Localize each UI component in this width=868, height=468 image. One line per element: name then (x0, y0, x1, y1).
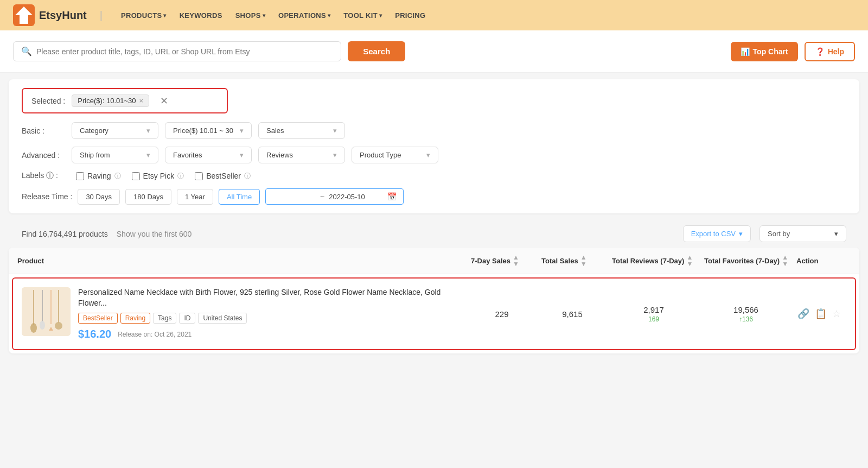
results-bar: Find 16,764,491 products Show you the fi… (9, 220, 859, 248)
logo[interactable]: EtsyHunt (13, 4, 87, 26)
chevron-down-icon: ▾ (333, 127, 337, 135)
svg-rect-2 (22, 287, 71, 336)
header-7day-sales[interactable]: 7-Day Sales ▲▼ (471, 254, 541, 267)
date-range-picker[interactable]: ~ 📅 (265, 188, 404, 205)
chevron-down-icon: ▾ (263, 12, 265, 18)
basic-filter-row: Basic : Category ▾ Price($) 10.01 ~ 30 ▾… (22, 122, 846, 139)
table-row: Personalized Name Necklace with Birth Fl… (12, 277, 856, 350)
product-release-date: Release on: Oct 26, 2021 (118, 331, 192, 338)
selected-row-close-icon[interactable]: ✕ (160, 95, 168, 107)
product-tag-bestseller[interactable]: BestSeller (78, 313, 118, 324)
product-tags: BestSeller Raving Tags ID United States (78, 313, 467, 324)
product-tag-tags[interactable]: Tags (153, 313, 176, 324)
export-csv-button[interactable]: Export to CSV ▾ (683, 225, 751, 242)
chevron-down-icon: ▾ (739, 230, 743, 238)
sales-7day-cell: 229 (467, 309, 537, 319)
chevron-down-icon: ▾ (426, 151, 430, 159)
star-icon[interactable]: ☆ (832, 308, 841, 320)
product-info: Personalized Name Necklace with Birth Fl… (78, 287, 467, 340)
date-from-input[interactable] (272, 193, 316, 201)
favorites-dropdown[interactable]: Favorites ▾ (165, 147, 252, 163)
180-days-button[interactable]: 180 Days (125, 189, 171, 205)
nav-pricing[interactable]: PRICING (390, 8, 431, 23)
chevron-down-icon: ▾ (240, 151, 244, 159)
search-input[interactable] (36, 47, 333, 56)
link-icon[interactable]: 🔗 (797, 308, 809, 320)
labels-label: Labels ⓘ : (22, 171, 65, 181)
release-time-row: Release Time : 30 Days 180 Days 1 Year A… (22, 188, 846, 205)
search-button[interactable]: Search (348, 41, 405, 61)
help-icon: ❓ (815, 47, 825, 56)
category-dropdown[interactable]: Category ▾ (72, 122, 158, 139)
header-total-reviews[interactable]: Total Reviews (7-Day) ▲▼ (612, 254, 704, 267)
all-time-button[interactable]: All Time (219, 189, 260, 205)
etsy-pick-checkbox-label[interactable]: Etsy Pick ⓘ (132, 172, 184, 181)
chevron-down-icon: ▾ (240, 127, 244, 135)
top-chart-button[interactable]: 📊 Top Chart (731, 42, 798, 61)
notes-icon[interactable]: 📋 (815, 308, 827, 320)
action-cell: 🔗 📋 ☆ (792, 308, 846, 320)
navbar: EtsyHunt | PRODUCTS ▾ KEYWORDS SHOPS ▾ O… (0, 0, 868, 30)
raving-checkbox[interactable] (76, 172, 84, 180)
product-type-dropdown[interactable]: Product Type ▾ (352, 147, 438, 163)
sort-arrows-icon: ▲▼ (513, 254, 519, 267)
chevron-down-icon: ▾ (379, 12, 382, 18)
30-days-button[interactable]: 30 Days (78, 189, 120, 205)
product-title[interactable]: Personalized Name Necklace with Birth Fl… (78, 287, 467, 308)
total-reviews-cell: 2,917 169 (608, 305, 700, 323)
chevron-down-icon: ▾ (163, 12, 166, 18)
reviews-delta: 169 (648, 315, 659, 323)
chevron-down-icon: ▾ (834, 230, 838, 238)
product-tag-country[interactable]: United States (198, 313, 247, 324)
chevron-down-icon: ▾ (146, 127, 150, 135)
1-year-button[interactable]: 1 Year (177, 189, 213, 205)
nav-keywords[interactable]: KEYWORDS (174, 8, 228, 23)
search-icon: 🔍 (21, 46, 32, 56)
sort-arrows-icon: ▲▼ (580, 254, 587, 267)
chevron-down-icon: ▾ (328, 12, 330, 18)
results-count: Find 16,764,491 products (22, 230, 108, 238)
product-price: $16.20 (78, 328, 111, 340)
header-action: Action (796, 254, 851, 267)
advanced-label: Advanced : (22, 151, 65, 160)
nav-links: PRODUCTS ▾ KEYWORDS SHOPS ▾ OPERATIONS ▾… (116, 8, 855, 23)
ship-from-dropdown[interactable]: Ship from ▾ (72, 147, 158, 163)
calendar-icon[interactable]: 📅 (387, 192, 397, 201)
release-time-label: Release Time : (22, 192, 72, 201)
labels-row: Labels ⓘ : Raving ⓘ Etsy Pick ⓘ BestSell… (22, 171, 846, 181)
filter-tag-close-icon[interactable]: × (139, 97, 144, 105)
date-to-input[interactable] (329, 193, 383, 201)
etsy-pick-checkbox[interactable] (132, 172, 140, 180)
help-circle-icon: ⓘ (114, 172, 121, 181)
selected-filter-row: Selected : Price($): 10.01~30 × ✕ (22, 88, 228, 113)
selected-filter-tag[interactable]: Price($): 10.01~30 × (72, 94, 149, 107)
nav-products[interactable]: PRODUCTS ▾ (116, 8, 172, 23)
reviews-dropdown[interactable]: Reviews ▾ (258, 147, 345, 163)
header-total-favorites[interactable]: Total Favorites (7-Day) ▲▼ (704, 254, 796, 267)
help-circle-icon: ⓘ (244, 172, 251, 181)
product-tag-raving[interactable]: Raving (120, 313, 150, 324)
advanced-filter-row: Advanced : Ship from ▾ Favorites ▾ Revie… (22, 147, 846, 163)
product-tag-id[interactable]: ID (179, 313, 195, 324)
nav-operations[interactable]: OPERATIONS ▾ (273, 8, 336, 23)
sales-dropdown[interactable]: Sales ▾ (258, 122, 345, 139)
basic-label: Basic : (22, 127, 65, 135)
date-separator: ~ (320, 192, 324, 201)
sort-by-button[interactable]: Sort by ▾ (760, 225, 846, 242)
nav-shops[interactable]: SHOPS ▾ (230, 8, 271, 23)
selected-label: Selected : (31, 97, 65, 105)
sort-arrows-icon: ▲▼ (782, 254, 788, 267)
chart-icon: 📊 (741, 47, 750, 56)
bestseller-checkbox[interactable] (195, 172, 203, 180)
nav-toolkit[interactable]: TOOL KIT ▾ (338, 8, 387, 23)
header-total-sales[interactable]: Total Sales ▲▼ (541, 254, 612, 267)
products-table: Product 7-Day Sales ▲▼ Total Sales ▲▼ To… (9, 248, 859, 353)
price-dropdown[interactable]: Price($) 10.01 ~ 30 ▾ (165, 122, 252, 139)
chevron-down-icon: ▾ (146, 151, 150, 159)
product-image[interactable] (22, 287, 71, 336)
raving-checkbox-label[interactable]: Raving ⓘ (76, 172, 121, 181)
help-button[interactable]: ❓ Help (805, 42, 855, 61)
bestseller-checkbox-label[interactable]: BestSeller ⓘ (195, 172, 251, 181)
sort-arrows-icon: ▲▼ (686, 254, 693, 267)
svg-point-4 (30, 323, 37, 333)
